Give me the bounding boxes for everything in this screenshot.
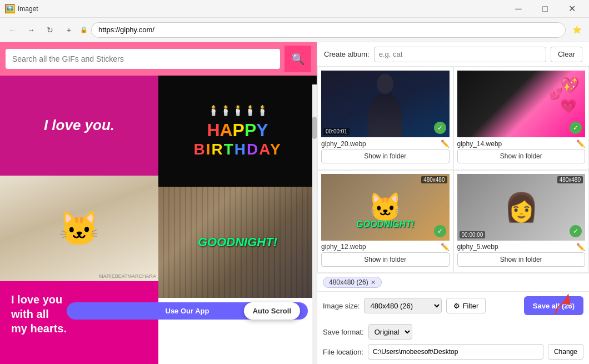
image-name-row-0: giphy_20.webp ✏️ [321,137,450,149]
bday-text: HAPPY [207,120,268,141]
image-thumb-3: 480x480 👩 ✓ 00:00:00 [457,174,586,241]
filter-tag-label: 480x480 (26) [329,278,368,286]
lock-icon: 🔒 [80,26,88,33]
location-label: File location: [323,348,363,356]
location-input[interactable] [368,344,543,360]
cat-display: 🐱 [321,174,450,241]
image-name-1: giphy_14.webp [457,140,575,148]
format-label: Save format: [323,328,364,336]
new-tab-button[interactable]: + [61,22,77,38]
edit-icon-2[interactable]: ✏️ [441,243,450,251]
title-bar: 🖼️ Imaget ─ □ ✕ [0,0,589,18]
album-input[interactable] [374,47,546,62]
edit-icon-0[interactable]: ✏️ [441,139,450,148]
giphy-search-button[interactable]: 🔍 [284,46,311,72]
app-title: Imaget [18,5,506,13]
gif-grid: I love you. 🐱 MARIEBEATMARCHARA I love y… [0,76,317,364]
gif-cat-bg: 🐱 MARIEBEATMARCHARA [0,176,158,281]
gif-column-right: 🕯️🕯️🕯️🕯️🕯️ HAPPY BIRTHDAY GOODNIGHT! [158,76,317,364]
size-label: Image size: [323,302,360,310]
birthday-text: BIRTHDAY [193,141,281,158]
image-name-0: giphy_20.webp [321,140,438,148]
forward-button[interactable]: → [23,22,39,38]
kitten-emoji: 🐱 [368,191,402,223]
check-badge-3: ✓ [570,225,582,237]
image-card-1: 💖 💕 💗 ✓ giphy_14.webp ✏️ Show in folder [453,67,590,170]
cat-emoji: 🐱 [58,209,100,248]
right-panel: Create album: Clear ✓ 00:00:01 giphy_2 [317,42,589,364]
scrollbar[interactable] [312,84,317,364]
browser-bar: ← → ↻ + 🔒 ⭐ [0,18,589,42]
maximize-button[interactable]: □ [532,0,558,18]
clear-button[interactable]: Clear [551,47,582,62]
goodnight-overlay: GOODNIGHT! [356,220,414,230]
thumb-bg-0 [321,71,450,137]
image-thumb-0: ✓ 00:00:01 [321,71,450,137]
silhouette [368,93,402,137]
filter-tag-close[interactable]: ✕ [371,279,376,286]
check-badge-0: ✓ [434,122,446,134]
album-header: Create album: Clear [317,42,589,67]
person-display: 👩 [457,174,586,241]
head [377,74,393,94]
address-bar[interactable] [91,22,566,38]
filter-tag: 480x480 (26) ✕ [323,277,382,288]
back-button[interactable]: ← [4,22,20,38]
image-thumb-1: 💖 💕 💗 ✓ [457,71,586,137]
show-folder-button-1[interactable]: Show in folder [457,149,586,163]
reload-button[interactable]: ↻ [42,22,58,38]
filter-btn-label: Filter [462,302,478,310]
giphy-search-input[interactable] [6,49,280,69]
gif-item-iloveyou: I love you. [0,76,158,176]
browser-content: 🔍 I love you. 🐱 MARIEBEATMARCHARA [0,42,317,364]
scroll-thumb[interactable] [312,117,317,139]
app-icon: 🖼️ [4,3,16,14]
image-card-0: ✓ 00:00:01 giphy_20.webp ✏️ Show in fold… [317,67,453,170]
gif-item-goodnight: GOODNIGHT! [158,187,317,298]
image-name-2: giphy_12.webp [321,243,438,251]
filter-bar: 480x480 (26) ✕ [317,273,589,292]
auto-scroll-button[interactable]: Auto Scroll [244,302,300,320]
show-folder-button-3[interactable]: Show in folder [457,252,586,267]
gif-text-iloveyou: I love you. [36,108,123,142]
check-badge-2: ✓ [434,225,446,237]
edit-icon-1[interactable]: ✏️ [576,139,585,148]
minimize-button[interactable]: ─ [506,0,531,18]
change-button[interactable]: Change [548,344,583,360]
format-select[interactable]: Original JPEG PNG WebP [368,324,412,340]
time-badge-3: 00:00:00 [460,231,486,238]
size-select[interactable]: 480x480 (26) All sizes [364,298,442,313]
time-badge-0: 00:00:01 [323,128,350,135]
gif-watermark: MARIEBEATMARCHARA [99,273,156,279]
bookmark-button[interactable]: ⭐ [569,22,585,38]
giphy-search-bar: 🔍 [0,42,317,76]
show-folder-button-2[interactable]: Show in folder [321,252,450,267]
album-label: Create album: [324,50,370,58]
image-name-3: giphy_5.webp [457,243,575,251]
image-thumb-2: 480x480 🐱 GOODNIGHT! ✓ [321,174,450,241]
image-card-3: 480x480 👩 ✓ 00:00:00 giphy_5.webp ✏️ Sho… [453,170,590,273]
hearts-deco3: 💗 [560,98,577,114]
location-row: File location: Change [323,344,583,360]
gif-column-left: I love you. 🐱 MARIEBEATMARCHARA I love y… [0,76,158,364]
close-button[interactable]: ✕ [559,0,585,18]
person-emoji: 👩 [504,191,538,223]
goodnight-text: GOODNIGHT! [198,235,277,250]
filter-icon: ⚙ [453,302,460,310]
image-card-2: 480x480 🐱 GOODNIGHT! ✓ giphy_12.webp ✏️ … [317,170,453,273]
filter-button[interactable]: ⚙ Filter [446,298,486,313]
main-area: 🔍 I love you. 🐱 MARIEBEATMARCHARA [0,42,589,364]
window-controls: ─ □ ✕ [506,0,585,18]
red-arrow [539,292,572,317]
check-badge-1: ✓ [570,122,582,134]
gif-item-hearts: I love youwith allmy hearts. [0,281,158,364]
candles: 🕯️🕯️🕯️🕯️🕯️ [207,104,268,117]
gif-item-cat: 🐱 MARIEBEATMARCHARA [0,176,158,281]
image-name-row-1: giphy_14.webp ✏️ [457,137,586,149]
gif-text-hearts: I love youwith allmy hearts. [11,292,67,336]
show-folder-button-0[interactable]: Show in folder [321,149,450,163]
edit-icon-3[interactable]: ✏️ [576,243,585,251]
image-name-row-3: giphy_5.webp ✏️ [457,241,586,252]
image-grid: ✓ 00:00:01 giphy_20.webp ✏️ Show in fold… [317,67,589,273]
image-name-row-2: giphy_12.webp ✏️ [321,241,450,252]
